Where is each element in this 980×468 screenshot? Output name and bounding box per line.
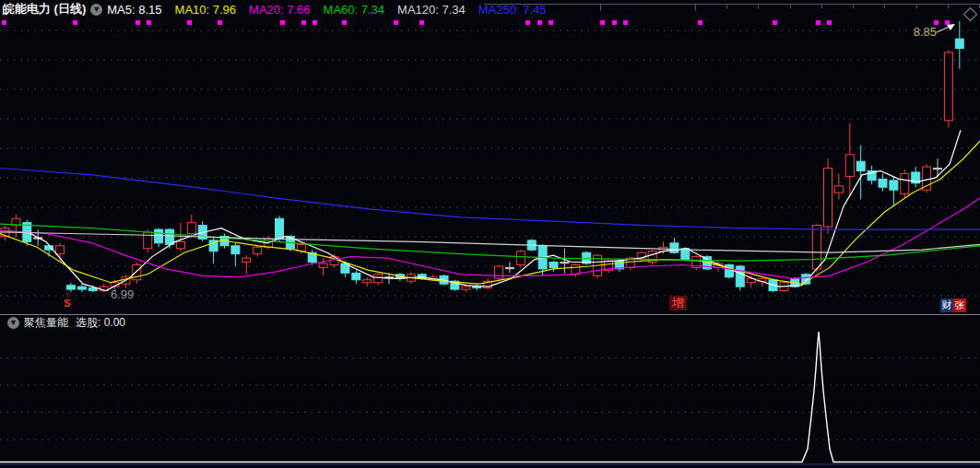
- badge-zhang: 张: [953, 298, 966, 312]
- candle-body: [813, 226, 821, 269]
- candle-body: [824, 169, 832, 228]
- ma-legend: MA5: 8.15MA10: 7.96MA20: 7.66MA60: 7.34M…: [107, 3, 546, 17]
- indicator-panel-header: ▼ 聚焦量能 选股: 0.00: [0, 314, 980, 331]
- signal-dot: [537, 20, 542, 25]
- signal-dot: [136, 20, 140, 25]
- signal-dot: [147, 20, 151, 25]
- chart-header: 皖能电力 (日线) ▼ MA5: 8.15MA10: 7.96MA20: 7.6…: [0, 0, 980, 18]
- signal-dot: [816, 20, 821, 25]
- signal-dot: [218, 20, 222, 25]
- candle-body: [923, 167, 931, 190]
- signal-dot: [301, 20, 306, 25]
- signal-dot: [394, 20, 398, 25]
- low-price-label: 6.99: [111, 287, 134, 301]
- kline-chart[interactable]: [0, 0, 980, 314]
- signal-dot: [612, 20, 617, 25]
- signal-dot: [280, 20, 285, 25]
- indicator-chart[interactable]: [0, 330, 980, 468]
- signal-dot: [773, 20, 777, 25]
- signal-dot: [2, 20, 6, 25]
- candle-body: [802, 275, 810, 284]
- candle-body: [495, 266, 503, 278]
- candle-body: [473, 287, 481, 287]
- bottom-border: [0, 463, 980, 465]
- candle-body: [89, 288, 97, 291]
- candle-body: [856, 161, 865, 170]
- candle-body: [879, 179, 887, 187]
- ma-legend-ma120: MA120: 7.34: [397, 3, 466, 17]
- caizhang-badge: 财 张: [940, 298, 966, 312]
- candle-body: [505, 267, 514, 268]
- candle-body: [363, 280, 372, 283]
- candle-body: [166, 229, 174, 244]
- signal-dot: [945, 20, 950, 25]
- candle-body: [155, 229, 163, 243]
- signal-dot: [600, 20, 605, 25]
- indicator-name: 聚焦量能: [24, 315, 68, 331]
- candle-body: [77, 287, 86, 289]
- indicator-value: 选股: 0.00: [76, 315, 125, 331]
- candle-body: [462, 287, 470, 289]
- candle-body: [187, 223, 195, 234]
- candle-body: [254, 247, 262, 253]
- candle-body: [890, 181, 898, 190]
- candle-body: [561, 263, 569, 263]
- last-price-label: 8.85: [896, 25, 937, 39]
- signal-dot: [525, 20, 530, 25]
- candle-body: [176, 241, 184, 248]
- stock-title: 皖能电力 (日线): [0, 1, 86, 18]
- candle-body: [934, 169, 942, 170]
- indicator-line: [0, 332, 980, 462]
- signal-dot: [419, 20, 424, 25]
- candle-body: [549, 263, 558, 268]
- signal-dot: [827, 20, 832, 25]
- signal-dot: [549, 20, 553, 25]
- candle-body: [944, 53, 952, 121]
- collapse-chevron-icon[interactable]: ▼: [90, 4, 102, 16]
- signal-dot: [73, 20, 77, 25]
- candle-body: [56, 246, 65, 254]
- candle-body: [231, 246, 240, 254]
- ma-line-ma250: [0, 169, 980, 230]
- candle-body: [670, 243, 679, 252]
- candle-body: [834, 186, 843, 193]
- candle-body: [319, 263, 327, 267]
- signal-dot: [187, 20, 192, 25]
- candle-body: [352, 273, 360, 279]
- ma-legend-ma60: MA60: 7.34: [324, 3, 385, 17]
- candle-body: [276, 218, 284, 239]
- signal-dot: [313, 20, 317, 25]
- stock-app-window: 皖能电力 (日线) ▼ MA5: 8.15MA10: 7.96MA20: 7.6…: [0, 0, 980, 468]
- signal-dot: [698, 20, 703, 25]
- candle-body: [242, 258, 251, 262]
- ma-legend-ma20: MA20: 7.66: [249, 3, 311, 17]
- ma-legend-ma5: MA5: 8.15: [107, 3, 161, 17]
- candle-body: [725, 264, 733, 276]
- candle-body: [66, 286, 75, 289]
- candle-body: [374, 275, 383, 283]
- candle-body: [736, 266, 744, 287]
- candle-body: [845, 155, 854, 177]
- signal-s-marker: ↑ S: [61, 291, 74, 308]
- ma-legend-ma10: MA10: 7.96: [175, 3, 237, 17]
- signal-dot: [623, 20, 628, 25]
- zeng-marker: 增: [669, 296, 687, 310]
- candle-body: [901, 173, 909, 193]
- ma-legend-ma250: MA250: 7.45: [478, 3, 547, 17]
- candle-body: [955, 39, 963, 48]
- panel-collapse-chevron-icon[interactable]: ▼: [7, 317, 19, 329]
- candle-body: [516, 252, 525, 265]
- signal-dot: [342, 20, 347, 25]
- badge-cai: 财: [940, 298, 953, 312]
